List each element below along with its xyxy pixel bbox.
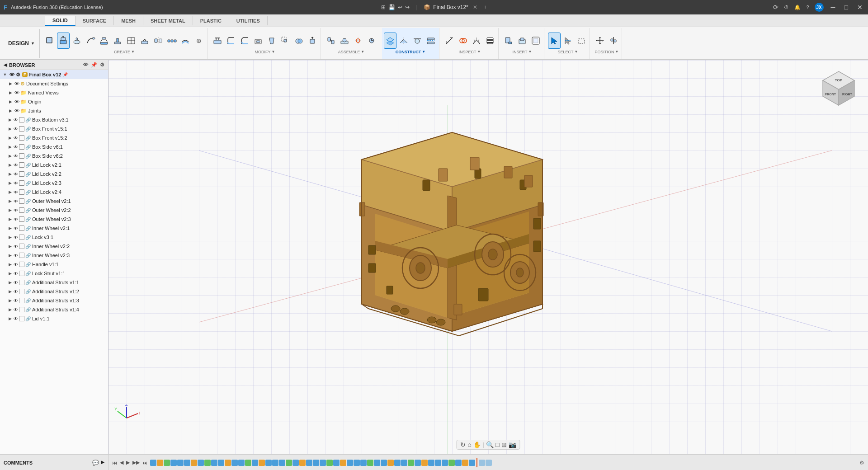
browser-item-origin[interactable]: ▶ 👁 📁 Origin — [0, 97, 108, 106]
select-label[interactable]: SELECT▼ — [557, 50, 578, 54]
timeline-op[interactable] — [299, 460, 306, 466]
close-tab-icon[interactable]: ✕ — [473, 4, 477, 10]
browser-root-item[interactable]: ▼ 👁 ⚙ F Final Box v12 📌 — [0, 70, 108, 79]
timeline-op[interactable] — [435, 460, 441, 466]
origin-expand[interactable]: ▶ — [7, 99, 14, 104]
comp-eye[interactable]: 👁 — [14, 226, 18, 231]
create-more-btn[interactable]: ⊕ — [193, 33, 205, 49]
tab-solid[interactable]: SOLID — [45, 16, 75, 26]
timeline-op[interactable] — [218, 460, 224, 466]
comp-vis-box[interactable] — [19, 262, 24, 267]
timeline-op[interactable] — [225, 460, 231, 466]
list-item[interactable]: ▶ 👁 🔗 Outer Wheel v2:3 — [0, 215, 108, 224]
save-icon[interactable]: 💾 — [388, 4, 395, 10]
timeline-op[interactable] — [320, 460, 326, 466]
undo-icon[interactable]: ↩ — [398, 4, 402, 10]
sweep-btn[interactable] — [84, 33, 97, 49]
timeline-op[interactable] — [252, 460, 258, 466]
comp-vis-box[interactable] — [19, 126, 24, 132]
browser-settings-icon[interactable]: ⚙ — [100, 62, 104, 68]
timeline-op[interactable] — [259, 460, 265, 466]
draft-btn[interactable] — [265, 33, 278, 49]
comp-vis-box[interactable] — [19, 171, 24, 177]
minimize-button[interactable]: ─ — [829, 4, 837, 11]
comp-vis-box[interactable] — [19, 280, 24, 285]
move-bodies-btn[interactable] — [306, 33, 319, 49]
timeline-end-btn[interactable]: ⏭ — [142, 460, 147, 465]
timeline-op[interactable] — [292, 460, 299, 466]
timeline-op[interactable] — [367, 460, 373, 466]
thicken-btn[interactable] — [179, 33, 192, 49]
timeline-op[interactable] — [360, 460, 367, 466]
design-dropdown[interactable]: DESIGN ▼ — [4, 29, 40, 58]
job-icon[interactable]: ⏱ — [784, 5, 789, 10]
comp-vis-box[interactable] — [19, 135, 24, 141]
timeline-op[interactable] — [486, 460, 492, 466]
zebra-btn[interactable] — [484, 33, 496, 49]
comp-vis-box[interactable] — [19, 216, 24, 222]
named-views-expand[interactable]: ▶ — [7, 90, 14, 95]
visual-style-btn[interactable]: ⊞ — [501, 441, 507, 448]
doc-settings-expand[interactable]: ▶ — [7, 81, 14, 86]
fillet-btn[interactable] — [225, 33, 237, 49]
loft-btn[interactable] — [98, 33, 110, 49]
align-btn[interactable] — [607, 33, 620, 49]
select-through-btn[interactable] — [561, 33, 574, 49]
list-item[interactable]: ▶ 👁 🔗 Lid Lock v2:1 — [0, 160, 108, 169]
pan-icon[interactable]: ✋ — [473, 441, 481, 448]
list-item[interactable]: ▶ 👁 🔗 Lid Lock v2:2 — [0, 169, 108, 179]
timeline-op[interactable] — [408, 460, 414, 466]
origin-eye[interactable]: 👁 — [14, 99, 19, 104]
insert-label[interactable]: INSERT▼ — [513, 50, 532, 54]
timeline-op[interactable] — [448, 460, 455, 466]
browser-pin-icon[interactable]: 📌 — [91, 62, 97, 68]
offset-plane-btn[interactable] — [384, 33, 396, 49]
timeline-op[interactable] — [415, 460, 421, 466]
timeline-prev-btn[interactable]: ◀ — [120, 460, 123, 465]
timeline-op[interactable] — [164, 460, 170, 466]
list-item[interactable]: ▶ 👁 🔗 Additional Struts v1:2 — [0, 287, 108, 296]
press-pull-btn[interactable] — [211, 33, 224, 49]
timeline-op[interactable] — [204, 460, 211, 466]
comp-vis-box[interactable] — [19, 226, 24, 231]
comp-eye[interactable]: 👁 — [14, 253, 18, 258]
comp-vis-box[interactable] — [19, 316, 24, 321]
web-btn[interactable] — [125, 33, 137, 49]
timeline-op[interactable] — [455, 460, 462, 466]
camera-btn[interactable]: 📷 — [509, 441, 516, 448]
timeline-op[interactable] — [238, 460, 245, 466]
timeline-op[interactable] — [394, 460, 401, 466]
timeline-op[interactable] — [198, 460, 204, 466]
comp-vis-box[interactable] — [19, 198, 24, 204]
timeline-op[interactable] — [381, 460, 387, 466]
browser-item-joints[interactable]: ▶ 👁 📁 Joints — [0, 106, 108, 115]
maximize-button[interactable]: □ — [843, 4, 850, 11]
close-button[interactable]: ✕ — [855, 4, 864, 11]
timeline-op[interactable] — [387, 460, 394, 466]
tab-utilities[interactable]: UTILITIES — [229, 16, 268, 25]
list-item[interactable]: ▶ 👁 🔗 Inner Wheel v2:1 — [0, 224, 108, 233]
comp-eye[interactable]: 👁 — [14, 118, 18, 122]
comp-eye[interactable]: 👁 — [14, 181, 18, 186]
measure-btn[interactable] — [443, 33, 456, 49]
comp-eye[interactable]: 👁 — [14, 163, 18, 168]
comp-eye[interactable]: 👁 — [14, 280, 18, 285]
sync-icon[interactable]: ⟳ — [773, 4, 778, 11]
list-item[interactable]: ▶ 👁 🔗 Outer Wheel v2:2 — [0, 206, 108, 215]
timeline-settings-icon[interactable]: ⚙ — [859, 460, 864, 466]
comments-expand-icon[interactable]: ▶ — [101, 460, 104, 466]
named-views-eye[interactable]: 👁 — [14, 90, 19, 95]
timeline-op[interactable] — [313, 460, 319, 466]
new-joint-btn[interactable] — [325, 33, 337, 49]
comp-eye[interactable]: 👁 — [14, 235, 18, 240]
user-avatar[interactable]: JX — [815, 3, 824, 12]
tab-mesh[interactable]: MESH — [114, 16, 143, 25]
revolve-btn[interactable] — [71, 33, 83, 49]
list-item[interactable]: ▶ 👁 🔗 Lock Strut v1:1 — [0, 269, 108, 278]
rib-btn[interactable] — [111, 33, 124, 49]
timeline-op[interactable] — [272, 460, 278, 466]
timeline-next-btn[interactable]: ▶▶ — [132, 460, 140, 465]
orbit-icon[interactable]: ↻ — [460, 441, 466, 448]
comp-eye[interactable]: 👁 — [14, 154, 18, 159]
as-built-joint-btn[interactable] — [338, 33, 351, 49]
